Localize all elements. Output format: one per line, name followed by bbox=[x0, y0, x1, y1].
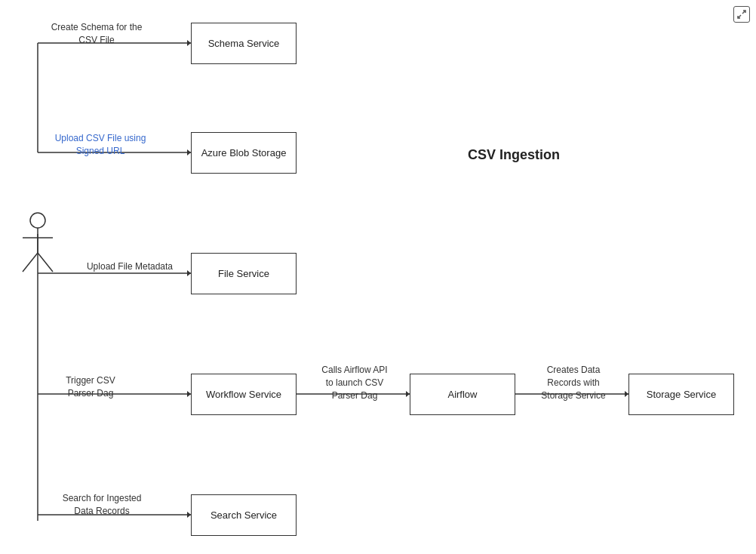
schema-service-box: Schema Service bbox=[191, 23, 297, 64]
creates-data-label: Creates DataRecords withStorage Service bbox=[521, 364, 626, 402]
search-ingested-label: Search for IngestedData Records bbox=[49, 492, 155, 518]
file-service-box: File Service bbox=[191, 253, 297, 294]
svg-line-22 bbox=[38, 253, 53, 272]
svg-line-21 bbox=[23, 253, 38, 272]
trigger-dag-label: Trigger CSVParser Dag bbox=[49, 374, 132, 400]
calls-airflow-label: Calls Airflow APIto launch CSVParser Dag bbox=[302, 364, 407, 402]
create-schema-label: Create Schema for the CSV File bbox=[48, 21, 146, 47]
arrows-svg bbox=[0, 0, 756, 554]
upload-csv-label: Upload CSV File usingSigned URL bbox=[48, 132, 153, 158]
workflow-service-box: Workflow Service bbox=[191, 374, 297, 415]
diagram-container: CSV Ingestion Schema Service Azure Blob … bbox=[0, 0, 756, 554]
storage-service-box: Storage Service bbox=[628, 374, 734, 415]
upload-metadata-label: Upload File Metadata bbox=[73, 260, 186, 273]
diagram-title: CSV Ingestion bbox=[468, 147, 560, 163]
azure-blob-box: Azure Blob Storage bbox=[191, 132, 297, 174]
search-service-box: Search Service bbox=[191, 494, 297, 536]
expand-icon[interactable] bbox=[733, 6, 750, 23]
actor-figure bbox=[15, 211, 60, 279]
airflow-box: Airflow bbox=[410, 374, 515, 415]
svg-point-18 bbox=[30, 213, 45, 228]
